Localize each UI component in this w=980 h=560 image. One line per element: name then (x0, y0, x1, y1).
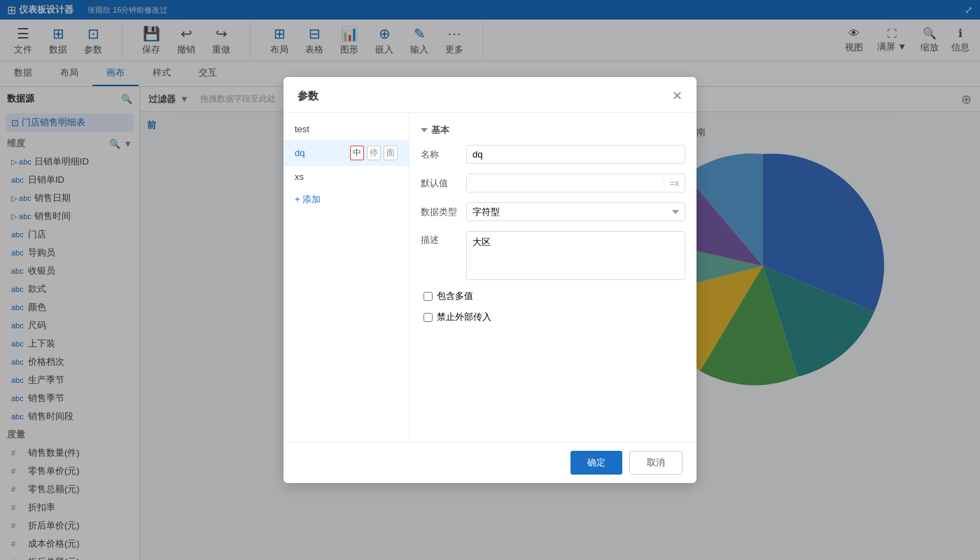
form-input-default[interactable] (467, 174, 664, 192)
add-param-button[interactable]: + 添加 (284, 188, 409, 211)
form-row-default: 默认值 =x (421, 174, 685, 192)
fx-button[interactable]: =x (664, 178, 685, 188)
param-name-test: test (295, 124, 309, 134)
param-stop-icon[interactable]: 停 (367, 146, 381, 160)
dialog-body: test dq 中 停 面 xs + 添加 (284, 113, 696, 442)
form-row-desc: 描述 大区 (421, 231, 685, 280)
section-basic-title: 基本 (421, 124, 685, 136)
form-row-type: 数据类型 字符型 数值型 日期型 布尔型 (421, 202, 685, 221)
cancel-button[interactable]: 取消 (629, 451, 682, 475)
form-row-name: 名称 (421, 145, 685, 164)
param-dq-actions: 中 停 面 (350, 146, 398, 160)
dialog-overlay: 参数 ✕ test dq 中 停 面 xs (0, 0, 980, 560)
param-name-xs: xs (295, 172, 304, 182)
param-item-dq[interactable]: dq 中 停 面 (284, 140, 409, 166)
form-label-type: 数据类型 (421, 206, 466, 218)
form-row-include-multi: 包含多值 (421, 290, 685, 302)
form-textarea-desc[interactable]: 大区 (466, 231, 685, 280)
param-item-test[interactable]: test (284, 118, 409, 140)
param-edit-icon[interactable]: 中 (350, 146, 364, 160)
dialog-footer: 确定 取消 (284, 442, 696, 483)
include-multi-label: 包含多值 (437, 290, 473, 302)
dialog-close-button[interactable]: ✕ (672, 88, 682, 104)
no-external-label: 禁止外部传入 (437, 311, 491, 323)
form-label-desc: 描述 (421, 231, 466, 246)
dialog-param-list: test dq 中 停 面 xs + 添加 (284, 113, 410, 442)
param-item-xs[interactable]: xs (284, 166, 409, 188)
dialog-title: 参数 (298, 90, 318, 103)
form-select-type[interactable]: 字符型 数值型 日期型 布尔型 (466, 202, 685, 221)
param-delete-icon[interactable]: 面 (384, 146, 398, 160)
param-name-dq: dq (295, 148, 304, 158)
dialog-form: 基本 名称 默认值 =x 数据类型 字符型 (410, 113, 696, 442)
form-label-default: 默认值 (421, 177, 466, 190)
form-row-no-external: 禁止外部传入 (421, 311, 685, 323)
form-default-input-container: =x (466, 174, 685, 192)
checkbox-include-multi[interactable] (424, 292, 433, 301)
confirm-button[interactable]: 确定 (570, 451, 622, 475)
dialog-header: 参数 ✕ (284, 77, 696, 113)
form-input-name[interactable] (466, 145, 685, 164)
form-label-name: 名称 (421, 148, 466, 161)
checkbox-no-external[interactable] (424, 313, 433, 322)
param-dialog: 参数 ✕ test dq 中 停 面 xs (284, 77, 696, 483)
